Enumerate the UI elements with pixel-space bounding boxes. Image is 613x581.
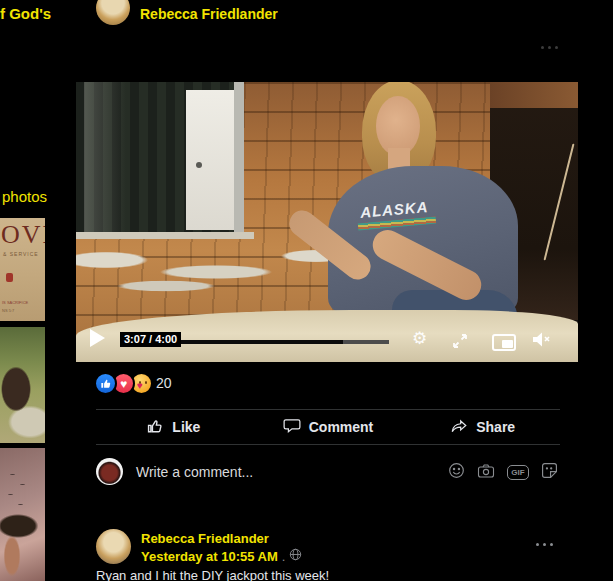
photos-link[interactable]: photos [2, 188, 47, 205]
divider [96, 444, 560, 445]
sticker-icon[interactable] [541, 462, 558, 483]
comment-author-avatar[interactable] [96, 529, 131, 564]
comment-text: Ryan and I hit the DIY jackpot this week… [96, 568, 536, 581]
comment-bubble-icon [283, 417, 301, 438]
emoji-smiley-icon[interactable] [448, 462, 465, 483]
window-reflection [84, 82, 154, 234]
camera-icon[interactable] [477, 463, 495, 483]
action-bar: Like Comment Share [96, 412, 560, 442]
play-button[interactable] [90, 329, 105, 347]
window [76, 82, 244, 234]
comment-timestamp[interactable]: Yesterday at 10:55 AM [141, 549, 278, 564]
facebook-video-post-page: { "colors": { "highlight_yellow": "#f2e4… [0, 0, 613, 581]
like-thumb-icon [146, 417, 164, 438]
composer-icons: GIF [448, 462, 558, 483]
comment-menu-ellipsis-icon[interactable] [536, 543, 553, 546]
roof-beam [490, 82, 578, 108]
like-button[interactable]: Like [96, 412, 251, 442]
poster-subtitle: & SERVICE [3, 251, 39, 257]
bird-mark [10, 474, 15, 476]
current-user-avatar[interactable] [96, 458, 123, 485]
comment-input[interactable]: Write a comment... [136, 464, 253, 480]
door-knob [196, 162, 202, 168]
bird-mark [20, 484, 25, 486]
photo-thumbnail-field[interactable] [0, 327, 45, 443]
seek-bar[interactable] [181, 340, 389, 344]
like-button-label: Like [172, 419, 200, 435]
poster-caption-line: IS SACRIFICE [2, 300, 28, 305]
seek-bar-fill [181, 340, 343, 344]
picture-in-picture-icon[interactable] [492, 334, 516, 351]
comment-meta: Yesterday at 10:55 AM . [141, 547, 302, 565]
divider [96, 409, 560, 410]
bird-mark [8, 494, 13, 496]
like-reaction-icon [94, 372, 117, 395]
photo-thumbnail-love-poster[interactable]: OVE & SERVICE IS SACRIFICE NS 5:7 [0, 218, 45, 321]
person-face [376, 96, 420, 156]
video-player[interactable]: ALASKA 3:07 / 4:00 ⚙ [76, 82, 578, 362]
muted-speaker-icon[interactable] [532, 331, 552, 352]
share-button[interactable]: Share [405, 412, 560, 442]
bird-mark [18, 504, 23, 506]
reactions-group[interactable]: ♥ ♥ [94, 372, 153, 395]
settings-gear-icon[interactable]: ⚙ [412, 328, 427, 349]
photo-thumbnail-hand-soil[interactable] [0, 448, 45, 581]
gif-icon[interactable]: GIF [507, 465, 529, 480]
poster-title-fragment: OVE [1, 220, 45, 250]
branch [544, 144, 575, 261]
fullscreen-icon[interactable] [452, 333, 468, 353]
clipped-background-text: f God's [0, 5, 51, 22]
author-avatar[interactable] [96, 0, 130, 25]
share-button-label: Share [476, 419, 515, 435]
comment-author-name[interactable]: Rebecca Friedlander [141, 531, 269, 546]
door-reflection [186, 90, 234, 230]
author-name-link[interactable]: Rebecca Friedlander [140, 6, 278, 22]
poster-mark [6, 273, 13, 282]
share-arrow-icon [450, 417, 468, 438]
meta-separator: . [282, 549, 286, 564]
globe-privacy-icon [289, 547, 302, 565]
comment-button-label: Comment [309, 419, 374, 435]
comment-button[interactable]: Comment [251, 412, 406, 442]
window-sill [76, 232, 254, 239]
poster-verse-line: NS 5:7 [2, 308, 14, 313]
reaction-count[interactable]: 20 [156, 375, 172, 391]
post-menu-ellipsis-icon[interactable] [541, 46, 558, 49]
video-time-display: 3:07 / 4:00 [120, 332, 181, 347]
